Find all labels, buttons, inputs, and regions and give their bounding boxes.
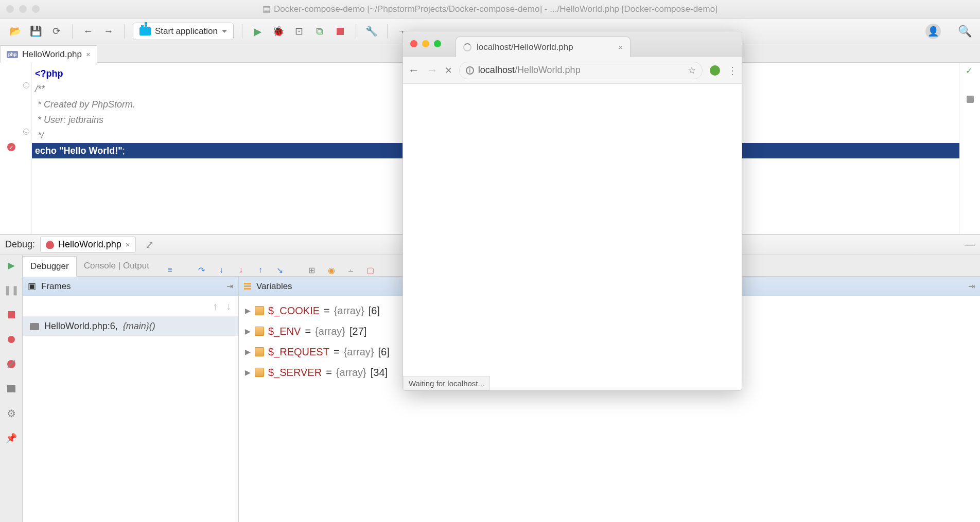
scrollbar-thumb[interactable] bbox=[967, 96, 974, 103]
close-tab-icon[interactable]: × bbox=[618, 43, 623, 51]
layout-icon[interactable] bbox=[5, 383, 18, 395]
bug-icon bbox=[46, 241, 54, 249]
array-icon bbox=[255, 327, 264, 336]
editor-tab[interactable]: php HelloWorld.php × bbox=[0, 45, 97, 63]
close-icon[interactable] bbox=[410, 40, 417, 47]
account-icon[interactable]: 👤 bbox=[925, 24, 941, 39]
view-breakpoints-icon[interactable] bbox=[5, 333, 18, 346]
frames-panel: ▣ Frames ⇥ ↑ ↓ HelloWorld.php:6, {main}(… bbox=[23, 277, 239, 522]
close-icon[interactable]: × bbox=[126, 240, 130, 249]
close-tab-icon[interactable]: × bbox=[86, 50, 91, 59]
debug-left-toolbar: ▶ ❚❚ ⚙ 📌 bbox=[0, 255, 23, 522]
show-exec-point-icon[interactable]: ≡ bbox=[164, 264, 176, 276]
debug-icon[interactable]: 🐞 bbox=[271, 24, 286, 39]
forward-icon[interactable]: → bbox=[101, 24, 116, 39]
editor-markers: ✓ bbox=[959, 63, 980, 234]
profile-icon[interactable]: ⧉ bbox=[312, 24, 327, 39]
extension-icon[interactable] bbox=[710, 65, 720, 76]
frame-function: {main}() bbox=[123, 321, 155, 332]
force-step-into-icon[interactable]: ↓ bbox=[235, 264, 247, 276]
code-comment: /** bbox=[35, 84, 45, 94]
search-icon[interactable]: 🔍 bbox=[957, 24, 972, 39]
debugger-tab[interactable]: Debugger bbox=[23, 256, 77, 277]
evaluate-icon[interactable]: ⊞ bbox=[306, 264, 318, 276]
breakpoint-active-icon[interactable]: ✓ bbox=[7, 143, 15, 151]
php-icon: php bbox=[7, 51, 18, 58]
site-info-icon[interactable]: i bbox=[466, 66, 474, 75]
mute-breakpoints-icon[interactable] bbox=[5, 358, 18, 370]
hide-icon[interactable]: — bbox=[965, 239, 975, 250]
chevron-down-icon bbox=[222, 30, 227, 33]
console-tab[interactable]: Console | Output bbox=[77, 256, 156, 276]
loading-spinner-icon bbox=[463, 43, 471, 51]
run-icon[interactable]: ▶ bbox=[251, 24, 265, 39]
expand-icon[interactable]: ▶ bbox=[245, 300, 251, 321]
debug-label: Debug: bbox=[5, 239, 35, 250]
code-php-tag: <?php bbox=[35, 68, 63, 79]
back-icon[interactable]: ← bbox=[81, 24, 95, 39]
maximize-icon[interactable] bbox=[434, 40, 441, 47]
variables-icon bbox=[244, 283, 251, 290]
stop-icon[interactable] bbox=[333, 24, 347, 39]
array-icon bbox=[255, 347, 264, 356]
watches-icon[interactable]: ◉ bbox=[325, 264, 338, 276]
tools-icon[interactable]: 🔧 bbox=[364, 24, 379, 39]
settings-icon[interactable]: ⚙ bbox=[5, 407, 18, 420]
sync-icon[interactable]: ⟳ bbox=[49, 24, 64, 39]
array-icon bbox=[255, 306, 264, 315]
collapse-icon[interactable]: ⤢ bbox=[145, 239, 154, 251]
next-frame-icon[interactable]: ↓ bbox=[226, 300, 231, 312]
inspections-ok-icon[interactable]: ✓ bbox=[966, 66, 975, 75]
debug-session-tab[interactable]: HelloWorld.php × bbox=[40, 237, 136, 253]
browser-tabbar: localhost/HelloWorld.php × bbox=[403, 31, 742, 57]
options-icon[interactable]: ⇥ bbox=[226, 281, 233, 291]
browser-mac-buttons bbox=[410, 40, 441, 47]
address-bar[interactable]: i localhost/HelloWorld.php ☆ bbox=[459, 62, 703, 79]
run-to-cursor-icon[interactable]: ↘ bbox=[274, 264, 286, 276]
expand-icon[interactable]: ▶ bbox=[245, 321, 251, 341]
save-icon[interactable]: 💾 bbox=[29, 24, 43, 39]
coverage-icon[interactable]: ⊡ bbox=[292, 24, 306, 39]
step-out-icon[interactable]: ↑ bbox=[254, 264, 267, 276]
pin-icon[interactable]: 📌 bbox=[5, 432, 18, 444]
code-comment: * Created by PhpStorm. bbox=[35, 99, 135, 110]
browser-tab[interactable]: localhost/HelloWorld.php × bbox=[456, 37, 631, 57]
stop-reload-icon[interactable]: × bbox=[445, 64, 452, 77]
step-into-icon[interactable]: ↓ bbox=[215, 264, 227, 276]
separator bbox=[387, 24, 388, 39]
menu-icon[interactable]: ⋮ bbox=[727, 64, 737, 77]
prev-frame-icon[interactable]: ↑ bbox=[213, 300, 218, 312]
frames-nav: ↑ ↓ bbox=[23, 296, 238, 317]
frame-location: HelloWorld.php:6, bbox=[44, 321, 118, 332]
close-icon[interactable] bbox=[6, 5, 14, 13]
open-icon[interactable]: 📂 bbox=[8, 24, 23, 39]
separator bbox=[72, 24, 73, 39]
separator bbox=[124, 24, 125, 39]
expand-icon[interactable]: ▶ bbox=[245, 362, 251, 383]
frames-header: ▣ Frames ⇥ bbox=[23, 277, 238, 296]
minimize-icon[interactable] bbox=[422, 40, 429, 47]
step-over-icon[interactable]: ↷ bbox=[196, 264, 208, 276]
separator bbox=[242, 24, 242, 39]
sort-icon[interactable]: ⫠ bbox=[345, 264, 357, 276]
browser-window: localhost/HelloWorld.php × ← → × i local… bbox=[402, 31, 742, 391]
maximize-icon[interactable] bbox=[32, 5, 40, 13]
expand-icon[interactable]: ▶ bbox=[245, 341, 251, 362]
resume-icon[interactable]: ▶ bbox=[5, 259, 18, 272]
frame-icon bbox=[30, 323, 39, 330]
forward-icon[interactable]: → bbox=[427, 64, 438, 77]
gutter[interactable]: – – ✓ bbox=[0, 63, 32, 234]
back-icon[interactable]: ← bbox=[408, 64, 419, 77]
bookmark-icon[interactable]: ☆ bbox=[688, 65, 696, 76]
fold-icon[interactable]: – bbox=[23, 129, 29, 135]
restore-layout-icon[interactable]: ▢ bbox=[364, 264, 377, 276]
fold-icon[interactable]: – bbox=[23, 82, 29, 88]
pause-icon[interactable]: ❚❚ bbox=[5, 284, 18, 296]
frame-row[interactable]: HelloWorld.php:6, {main}() bbox=[23, 317, 238, 336]
minimize-icon[interactable] bbox=[19, 5, 27, 13]
browser-toolbar: ← → × i localhost/HelloWorld.php ☆ ⋮ bbox=[403, 57, 742, 84]
options-icon[interactable]: ⇥ bbox=[968, 281, 975, 291]
run-config-select[interactable]: Start application bbox=[133, 23, 234, 40]
run-config-label: Start application bbox=[155, 26, 218, 37]
stop-icon[interactable] bbox=[5, 309, 18, 321]
